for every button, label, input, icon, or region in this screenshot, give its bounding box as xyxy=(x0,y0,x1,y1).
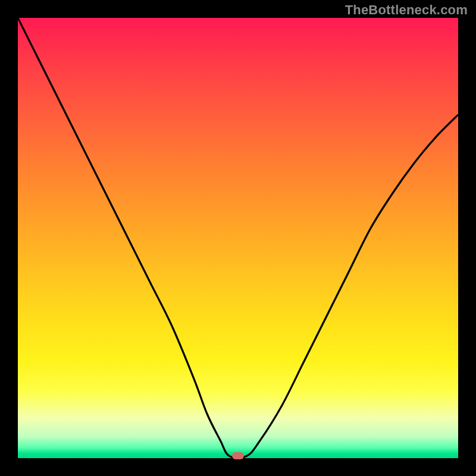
optimal-marker xyxy=(232,452,244,459)
chart-frame: TheBottleneck.com xyxy=(0,0,476,476)
plot-area xyxy=(18,18,458,458)
bottleneck-curve xyxy=(18,18,458,458)
attribution-label: TheBottleneck.com xyxy=(345,2,468,18)
